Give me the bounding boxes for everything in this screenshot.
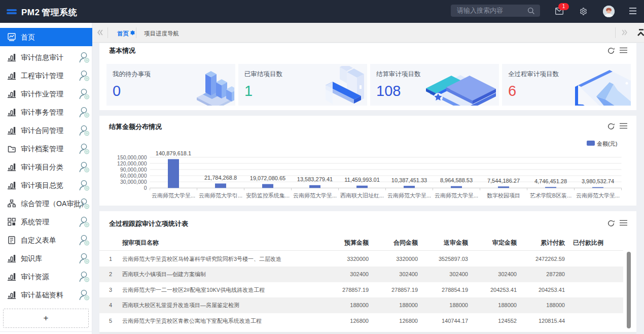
- svg-text:90,000,000: 90,000,000: [120, 166, 147, 173]
- svg-text:21,784,268.8: 21,784,268.8: [204, 175, 237, 181]
- svg-text:10,387,451.33: 10,387,451.33: [391, 177, 427, 183]
- svg-text:4,746,451.28: 4,746,451.28: [534, 178, 567, 184]
- svg-text:数字校园项目: 数字校园项目: [487, 192, 520, 198]
- svg-text:120,000,000: 120,000,000: [117, 160, 147, 166]
- svg-text:云南师范大学呈...: 云南师范大学呈...: [387, 192, 431, 198]
- svg-text:安防监控系统集...: 安防监控系统集...: [246, 192, 290, 198]
- svg-text:云南师范大学引...: 云南师范大学引...: [199, 192, 242, 198]
- svg-text:150,000,000: 150,000,000: [117, 154, 147, 160]
- svg-text:140,879,618.1: 140,879,618.1: [156, 150, 191, 156]
- svg-text:19,072,080.65: 19,072,080.65: [250, 175, 285, 181]
- svg-text:西南联大旧址红...: 西南联大旧址红...: [340, 192, 384, 198]
- svg-text:30,000,000: 30,000,000: [120, 179, 147, 185]
- svg-text:云南师范大学呈...: 云南师范大学呈...: [435, 192, 478, 198]
- svg-text:云南师范大学呈...: 云南师范大学呈...: [293, 192, 337, 198]
- svg-text:艺术学院B区装...: 艺术学院B区装...: [530, 192, 572, 198]
- svg-text:0: 0: [144, 185, 147, 191]
- svg-text:13,583,279.41: 13,583,279.41: [297, 176, 333, 182]
- svg-text:3,980,532.74: 3,980,532.74: [582, 178, 614, 184]
- svg-text:60,000,000: 60,000,000: [120, 173, 147, 179]
- svg-text:云南师范大学呈...: 云南师范大学呈...: [152, 192, 195, 198]
- svg-text:云南师范大学呈...: 云南师范大学呈...: [576, 192, 620, 198]
- svg-text:7,544,186.27: 7,544,186.27: [487, 178, 520, 184]
- svg-text:11,459,993.01: 11,459,993.01: [344, 177, 380, 183]
- svg-text:8,964,588.53: 8,964,588.53: [440, 177, 473, 183]
- svg-text:金额(元): 金额(元): [597, 141, 617, 147]
